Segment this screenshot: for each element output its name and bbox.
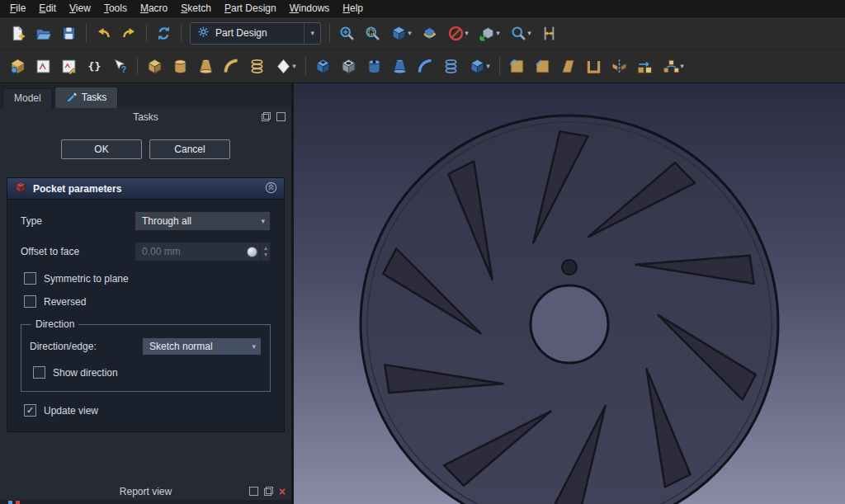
menu-file[interactable]: File <box>3 1 32 16</box>
pilot-hole <box>562 260 577 275</box>
chamfer-icon[interactable] <box>530 54 555 78</box>
workbench-selector[interactable]: Part Design ▾ <box>190 22 321 45</box>
linear-pattern-icon[interactable] <box>632 54 658 78</box>
menu-view[interactable]: View <box>63 1 97 16</box>
draw-style-icon[interactable]: ▾ <box>442 21 474 45</box>
pocket-preview-model[interactable] <box>294 83 845 504</box>
checkbox-icon <box>24 404 36 417</box>
pad-icon[interactable] <box>142 54 168 78</box>
subtractive-helix-icon[interactable] <box>438 54 464 78</box>
expression-knob-icon[interactable] <box>247 247 257 257</box>
chevron-down-icon: ▾ <box>465 29 469 37</box>
redo-icon[interactable] <box>116 21 142 45</box>
toolbar-separator <box>181 24 182 42</box>
collapse-section-icon[interactable] <box>265 181 277 196</box>
chevron-down-icon: ▾ <box>486 62 490 70</box>
toolbar-separator <box>86 24 87 42</box>
hole-icon[interactable] <box>336 54 361 78</box>
menu-sketch[interactable]: Sketch <box>174 1 218 16</box>
new-file-icon[interactable] <box>5 21 31 45</box>
create-sketch-icon[interactable] <box>31 54 56 78</box>
chevron-down-icon: ▾ <box>408 29 412 37</box>
direction-edge-label: Direction/edge: <box>30 341 142 352</box>
additive-pipe-icon[interactable] <box>219 54 244 78</box>
center-hole <box>531 285 608 363</box>
draft-icon[interactable] <box>555 54 581 78</box>
type-label: Type <box>21 215 135 227</box>
type-select[interactable]: Through all ▾ <box>135 211 271 231</box>
additive-loft-icon[interactable] <box>193 54 219 78</box>
subtractive-primitive-icon[interactable]: ▾ <box>464 54 495 78</box>
toolbar-view-group: ▾▾▾▾ <box>325 21 562 45</box>
spin-down-icon[interactable]: ▾ <box>264 252 267 258</box>
checkbox-icon <box>33 366 45 379</box>
direction-edge-select[interactable]: Sketch normal ▾ <box>142 337 262 356</box>
cancel-button[interactable]: Cancel <box>149 139 230 159</box>
update-view-checkbox[interactable]: Update view <box>24 404 271 417</box>
menu-windows[interactable]: Windows <box>283 1 337 16</box>
thickness-icon[interactable] <box>581 54 607 78</box>
whats-this-icon[interactable]: ? <box>107 54 133 78</box>
additive-primitive-icon[interactable]: ▾ <box>270 54 301 78</box>
3d-viewport[interactable] <box>294 83 845 504</box>
subtractive-pipe-icon[interactable] <box>413 54 438 78</box>
tab-model[interactable]: Model <box>2 88 53 108</box>
offset-value: 0.00 mm <box>142 246 247 257</box>
edit-sketch-icon[interactable] <box>56 54 82 78</box>
chevron-down-icon: ▾ <box>496 29 500 37</box>
combo-view-panel: Model Tasks Tasks OK Cancel <box>0 83 291 504</box>
rotate-view-icon[interactable] <box>417 21 442 45</box>
tab-tasks[interactable]: Tasks <box>54 87 119 108</box>
report-view-titlebar: Report view × <box>0 483 291 500</box>
polar-pattern-icon[interactable]: ▾ <box>658 54 689 78</box>
close-report-icon[interactable]: × <box>279 486 286 497</box>
toolbar-part-design: {}?▾▾▾ <box>0 49 845 83</box>
zoom-tools-icon[interactable]: ▾ <box>505 21 536 45</box>
isometric-view-icon[interactable]: ▾ <box>385 21 417 45</box>
tasks-panel-title: Tasks <box>0 111 291 123</box>
chevron-down-icon: ▾ <box>252 342 256 351</box>
dock-panel-icon[interactable] <box>276 112 286 121</box>
freecad-window: FileEditViewToolsMacroSketchPart DesignW… <box>0 0 845 504</box>
menu-part-design[interactable]: Part Design <box>218 1 283 16</box>
report-view-content-strip <box>0 500 291 504</box>
zoom-in-icon[interactable] <box>334 21 360 45</box>
link-navigation-icon[interactable]: ▾ <box>474 21 505 45</box>
expression-editor-icon[interactable]: {} <box>82 54 107 78</box>
workbench-dropdown-arrow: ▾ <box>304 23 320 44</box>
create-body-icon[interactable] <box>5 54 31 78</box>
refresh-icon[interactable] <box>151 21 177 45</box>
svg-text:?: ? <box>121 64 126 74</box>
measure-icon[interactable] <box>536 21 562 45</box>
float-panel-icon[interactable] <box>262 112 271 121</box>
fillet-icon[interactable] <box>504 54 530 78</box>
float-report-icon[interactable] <box>264 487 273 496</box>
revolution-icon[interactable] <box>168 54 193 78</box>
ok-button[interactable]: OK <box>61 139 142 159</box>
update-view-label: Update view <box>44 405 98 417</box>
zoom-selection-icon[interactable] <box>360 21 385 45</box>
additive-helix-icon[interactable] <box>244 54 270 78</box>
save-file-icon[interactable] <box>56 21 82 45</box>
groove-icon[interactable] <box>361 54 387 78</box>
report-error-icon <box>16 501 20 504</box>
symmetric-to-plane-checkbox[interactable]: Symmetric to plane <box>24 272 271 285</box>
menu-macro[interactable]: Macro <box>134 1 174 16</box>
reversed-checkbox[interactable]: Reversed <box>24 295 271 308</box>
pocket-parameters-header[interactable]: Pocket parameters <box>7 178 284 200</box>
dock-report-icon[interactable] <box>249 487 258 496</box>
direction-group-title: Direction <box>31 318 78 330</box>
offset-to-face-input[interactable]: 0.00 mm ▴ ▾ <box>135 242 271 261</box>
show-direction-checkbox[interactable]: Show direction <box>33 366 262 379</box>
menu-tools[interactable]: Tools <box>97 1 134 16</box>
symmetric-to-plane-label: Symmetric to plane <box>44 273 129 285</box>
menu-help[interactable]: Help <box>336 1 370 16</box>
subtractive-loft-icon[interactable] <box>387 54 413 78</box>
pocket-tool-icon[interactable] <box>310 54 336 78</box>
workbench-value: Part Design <box>215 27 267 39</box>
open-file-icon[interactable] <box>31 21 56 45</box>
menu-edit[interactable]: Edit <box>32 1 63 16</box>
undo-icon[interactable] <box>91 21 116 45</box>
mirrored-icon[interactable] <box>607 54 632 78</box>
chevron-down-icon: ▾ <box>680 62 684 70</box>
